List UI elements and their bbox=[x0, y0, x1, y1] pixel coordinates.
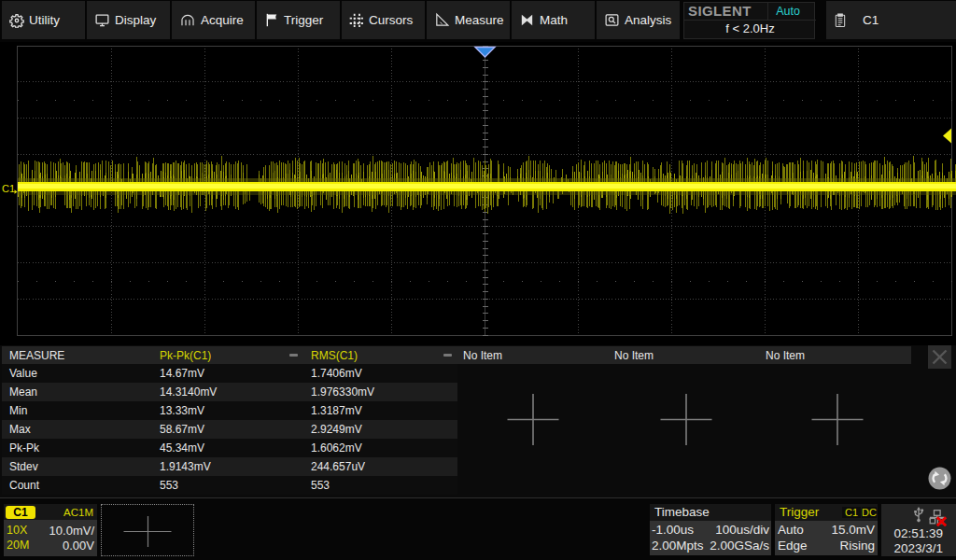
svg-text:C1: C1 bbox=[2, 183, 15, 194]
